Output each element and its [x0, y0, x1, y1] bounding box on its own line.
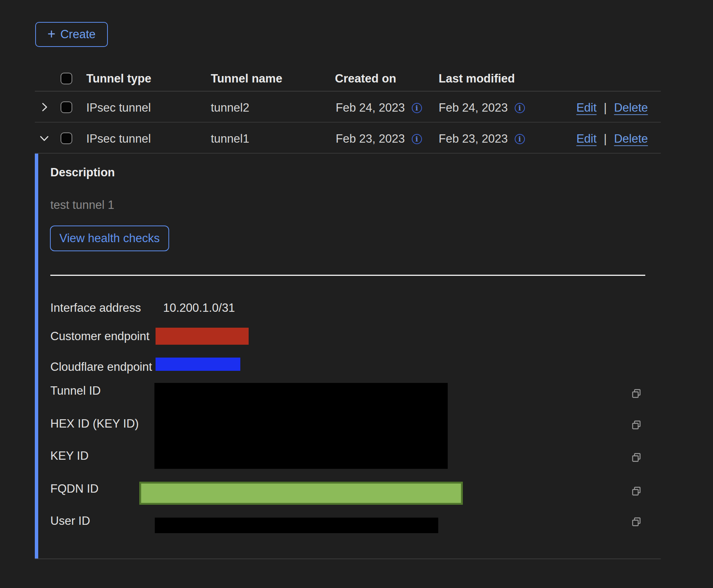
last-modified-cell: Feb 23, 2023 i	[439, 133, 525, 145]
header-tunnel-name: Tunnel name	[211, 73, 282, 85]
header-created-on: Created on	[335, 73, 396, 85]
view-health-checks-label: View health checks	[59, 232, 160, 245]
tunnels-table: Tunnel type Tunnel name Created on Last …	[35, 64, 661, 154]
fqdn-id-label: FQDN ID	[50, 482, 98, 496]
cloudflare-endpoint-redacted-value	[156, 358, 240, 371]
copy-user-id-icon[interactable]	[631, 517, 641, 527]
collapse-chevron-down-icon[interactable]	[39, 133, 49, 143]
key-id-label: KEY ID	[50, 449, 89, 463]
row-checkbox[interactable]	[61, 101, 72, 113]
tunnel-details-panel: Description test tunnel 1 View health ch…	[35, 154, 661, 559]
tunnel-id-redacted-value	[154, 383, 448, 469]
table-row-tunnel1: IPsec tunnel tunnel1 Feb 23, 2023 i Feb …	[35, 123, 661, 154]
interface-address-label: Interface address	[50, 301, 141, 315]
plus-icon: +	[47, 27, 55, 41]
tunnel-id-label: Tunnel ID	[50, 384, 101, 398]
header-tunnel-type: Tunnel type	[86, 73, 151, 85]
info-icon[interactable]: i	[412, 103, 422, 113]
copy-hex-id-icon[interactable]	[631, 420, 641, 430]
copy-key-id-icon[interactable]	[631, 453, 641, 463]
user-id-redacted-value	[155, 518, 438, 533]
create-button[interactable]: + Create	[35, 22, 108, 47]
last-modified-date: Feb 23, 2023	[439, 133, 508, 145]
tunnel-type-cell: IPsec tunnel	[86, 133, 151, 145]
view-health-checks-button[interactable]: View health checks	[50, 226, 169, 251]
header-last-modified: Last modified	[439, 73, 515, 85]
actions-separator: |	[604, 102, 607, 114]
cloudflare-endpoint-label: Cloudflare endpoint	[50, 360, 152, 374]
copy-fqdn-id-icon[interactable]	[631, 486, 641, 496]
row-actions: Edit | Delete	[576, 102, 648, 114]
tunnel-name-cell: tunnel2	[211, 102, 249, 114]
last-modified-date: Feb 24, 2023	[439, 102, 508, 114]
hex-id-label: HEX ID (KEY ID)	[50, 417, 139, 431]
description-value: test tunnel 1	[50, 198, 114, 212]
expanded-row-accent-bar	[35, 154, 38, 558]
tunnel-name-cell: tunnel1	[211, 133, 249, 145]
table-row-tunnel2: IPsec tunnel tunnel2 Feb 24, 2023 i Feb …	[35, 92, 661, 123]
row-actions: Edit | Delete	[576, 133, 648, 145]
edit-link[interactable]: Edit	[576, 133, 596, 145]
create-button-label: Create	[60, 28, 95, 41]
created-on-date: Feb 24, 2023	[336, 102, 405, 114]
interface-address-value: 10.200.1.0/31	[163, 301, 235, 315]
select-all-checkbox[interactable]	[61, 73, 72, 84]
info-icon[interactable]: i	[515, 134, 525, 144]
ipsec-tunnels-page: + Create Tunnel type Tunnel name Created…	[0, 0, 713, 588]
info-icon[interactable]: i	[515, 103, 525, 113]
table-header-row: Tunnel type Tunnel name Created on Last …	[35, 64, 661, 92]
delete-link[interactable]: Delete	[614, 133, 648, 145]
created-on-cell: Feb 23, 2023 i	[336, 133, 422, 145]
description-heading: Description	[50, 166, 115, 179]
last-modified-cell: Feb 24, 2023 i	[439, 102, 525, 114]
fqdn-id-redacted-value	[139, 482, 463, 505]
user-id-label: User ID	[50, 514, 90, 528]
section-divider	[50, 275, 645, 276]
customer-endpoint-redacted-value	[156, 328, 249, 345]
edit-link[interactable]: Edit	[576, 102, 596, 114]
tunnel-type-cell: IPsec tunnel	[86, 102, 151, 114]
info-icon[interactable]: i	[412, 134, 422, 144]
created-on-date: Feb 23, 2023	[336, 133, 405, 145]
row-checkbox[interactable]	[61, 132, 72, 144]
created-on-cell: Feb 24, 2023 i	[336, 102, 422, 114]
actions-separator: |	[604, 133, 607, 145]
delete-link[interactable]: Delete	[614, 102, 648, 114]
expand-chevron-right-icon[interactable]	[39, 102, 49, 112]
copy-tunnel-id-icon[interactable]	[631, 389, 641, 399]
customer-endpoint-label: Customer endpoint	[50, 330, 149, 343]
